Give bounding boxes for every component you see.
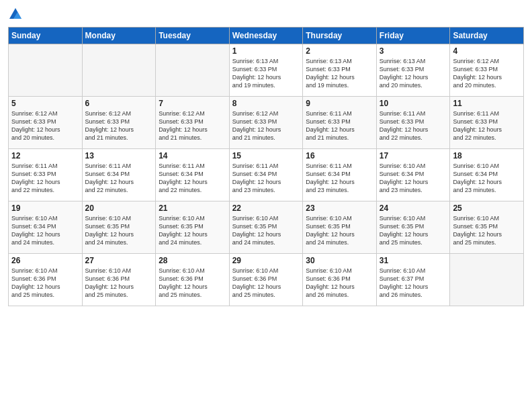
calendar-cell: 9Sunrise: 6:11 AM Sunset: 6:33 PM Daylig… [303,97,377,149]
calendar-cell: 25Sunrise: 6:10 AM Sunset: 6:35 PM Dayli… [450,201,524,254]
day-number: 15 [232,151,300,161]
day-number: 11 [453,99,521,108]
weekday-header: Tuesday [156,28,230,44]
day-number: 14 [159,151,226,161]
calendar-cell: 23Sunrise: 6:10 AM Sunset: 6:35 PM Dayli… [303,201,377,254]
calendar-cell: 24Sunrise: 6:10 AM Sunset: 6:35 PM Dayli… [376,201,450,254]
day-info: Sunrise: 6:10 AM Sunset: 6:36 PM Dayligh… [306,267,373,300]
day-info: Sunrise: 6:11 AM Sunset: 6:33 PM Dayligh… [380,109,447,142]
calendar-cell: 31Sunrise: 6:10 AM Sunset: 6:37 PM Dayli… [376,254,450,306]
weekday-header: Sunday [9,28,83,44]
calendar-cell: 18Sunrise: 6:10 AM Sunset: 6:34 PM Dayli… [450,149,524,201]
weekday-header: Monday [82,28,156,44]
calendar-cell: 27Sunrise: 6:10 AM Sunset: 6:36 PM Dayli… [82,254,156,306]
day-info: Sunrise: 6:10 AM Sunset: 6:34 PM Dayligh… [11,214,79,247]
weekday-header: Wednesday [229,28,303,44]
day-info: Sunrise: 6:10 AM Sunset: 6:36 PM Dayligh… [232,267,300,300]
day-info: Sunrise: 6:12 AM Sunset: 6:33 PM Dayligh… [85,109,153,142]
day-number: 18 [453,151,521,161]
calendar-week-row: 19Sunrise: 6:10 AM Sunset: 6:34 PM Dayli… [9,201,524,254]
day-number: 3 [380,46,447,56]
day-info: Sunrise: 6:11 AM Sunset: 6:34 PM Dayligh… [306,162,373,195]
calendar-cell: 16Sunrise: 6:11 AM Sunset: 6:34 PM Dayli… [303,149,377,201]
day-number: 13 [85,151,153,161]
day-info: Sunrise: 6:13 AM Sunset: 6:33 PM Dayligh… [232,57,300,90]
day-info: Sunrise: 6:10 AM Sunset: 6:34 PM Dayligh… [380,162,447,195]
page-header [8,7,524,21]
day-info: Sunrise: 6:10 AM Sunset: 6:35 PM Dayligh… [159,214,226,247]
day-number: 30 [306,256,373,265]
logo-icon [8,7,23,21]
calendar-cell: 28Sunrise: 6:10 AM Sunset: 6:36 PM Dayli… [156,254,230,306]
day-number: 24 [380,203,447,213]
day-info: Sunrise: 6:10 AM Sunset: 6:35 PM Dayligh… [306,214,373,247]
calendar-week-row: 1Sunrise: 6:13 AM Sunset: 6:33 PM Daylig… [9,44,524,97]
day-info: Sunrise: 6:10 AM Sunset: 6:37 PM Dayligh… [380,267,447,300]
day-number: 8 [232,99,300,108]
day-number: 10 [380,99,447,108]
calendar-cell [156,44,230,97]
day-number: 5 [11,99,79,108]
calendar-week-row: 12Sunrise: 6:11 AM Sunset: 6:33 PM Dayli… [9,149,524,201]
calendar-week-row: 5Sunrise: 6:12 AM Sunset: 6:33 PM Daylig… [9,97,524,149]
calendar-cell: 2Sunrise: 6:13 AM Sunset: 6:33 PM Daylig… [303,44,377,97]
day-number: 29 [232,256,300,265]
calendar-cell: 21Sunrise: 6:10 AM Sunset: 6:35 PM Dayli… [156,201,230,254]
day-info: Sunrise: 6:12 AM Sunset: 6:33 PM Dayligh… [11,109,79,142]
calendar-header-row: SundayMondayTuesdayWednesdayThursdayFrid… [9,28,524,44]
day-info: Sunrise: 6:10 AM Sunset: 6:35 PM Dayligh… [85,214,153,247]
day-number: 28 [159,256,226,265]
day-info: Sunrise: 6:10 AM Sunset: 6:35 PM Dayligh… [380,214,447,247]
day-number: 17 [380,151,447,161]
weekday-header: Saturday [450,28,524,44]
day-info: Sunrise: 6:13 AM Sunset: 6:33 PM Dayligh… [306,57,373,90]
calendar-cell: 14Sunrise: 6:11 AM Sunset: 6:34 PM Dayli… [156,149,230,201]
calendar-cell: 26Sunrise: 6:10 AM Sunset: 6:36 PM Dayli… [9,254,83,306]
calendar-cell: 12Sunrise: 6:11 AM Sunset: 6:33 PM Dayli… [9,149,83,201]
calendar-cell: 10Sunrise: 6:11 AM Sunset: 6:33 PM Dayli… [376,97,450,149]
day-info: Sunrise: 6:11 AM Sunset: 6:34 PM Dayligh… [159,162,226,195]
day-number: 19 [11,203,79,213]
day-info: Sunrise: 6:10 AM Sunset: 6:36 PM Dayligh… [85,267,153,300]
day-info: Sunrise: 6:10 AM Sunset: 6:35 PM Dayligh… [453,214,521,247]
day-number: 4 [453,46,521,56]
day-info: Sunrise: 6:11 AM Sunset: 6:33 PM Dayligh… [306,109,373,142]
day-info: Sunrise: 6:12 AM Sunset: 6:33 PM Dayligh… [232,109,300,142]
calendar-cell: 20Sunrise: 6:10 AM Sunset: 6:35 PM Dayli… [82,201,156,254]
day-number: 12 [11,151,79,161]
day-number: 25 [453,203,521,213]
calendar-cell: 30Sunrise: 6:10 AM Sunset: 6:36 PM Dayli… [303,254,377,306]
day-number: 6 [85,99,153,108]
calendar-cell: 15Sunrise: 6:11 AM Sunset: 6:34 PM Dayli… [229,149,303,201]
day-number: 31 [380,256,447,265]
calendar-cell: 6Sunrise: 6:12 AM Sunset: 6:33 PM Daylig… [82,97,156,149]
calendar-cell: 13Sunrise: 6:11 AM Sunset: 6:34 PM Dayli… [82,149,156,201]
day-info: Sunrise: 6:12 AM Sunset: 6:33 PM Dayligh… [159,109,226,142]
day-number: 21 [159,203,226,213]
day-info: Sunrise: 6:11 AM Sunset: 6:34 PM Dayligh… [232,162,300,195]
calendar-cell: 3Sunrise: 6:13 AM Sunset: 6:33 PM Daylig… [376,44,450,97]
calendar-cell: 22Sunrise: 6:10 AM Sunset: 6:35 PM Dayli… [229,201,303,254]
day-number: 27 [85,256,153,265]
calendar-cell: 4Sunrise: 6:12 AM Sunset: 6:33 PM Daylig… [450,44,524,97]
day-info: Sunrise: 6:11 AM Sunset: 6:33 PM Dayligh… [11,162,79,195]
day-number: 7 [159,99,226,108]
page-container: SundayMondayTuesdayWednesdayThursdayFrid… [0,0,532,411]
calendar-cell: 7Sunrise: 6:12 AM Sunset: 6:33 PM Daylig… [156,97,230,149]
weekday-header: Thursday [303,28,377,44]
calendar-cell: 17Sunrise: 6:10 AM Sunset: 6:34 PM Dayli… [376,149,450,201]
calendar-cell: 8Sunrise: 6:12 AM Sunset: 6:33 PM Daylig… [229,97,303,149]
weekday-header: Friday [376,28,450,44]
day-info: Sunrise: 6:13 AM Sunset: 6:33 PM Dayligh… [380,57,447,90]
calendar-table: SundayMondayTuesdayWednesdayThursdayFrid… [8,27,524,306]
day-info: Sunrise: 6:11 AM Sunset: 6:34 PM Dayligh… [85,162,153,195]
day-info: Sunrise: 6:11 AM Sunset: 6:33 PM Dayligh… [453,109,521,142]
day-info: Sunrise: 6:10 AM Sunset: 6:36 PM Dayligh… [159,267,226,300]
calendar-cell [9,44,83,97]
day-number: 20 [85,203,153,213]
day-number: 26 [11,256,79,265]
day-number: 23 [306,203,373,213]
day-info: Sunrise: 6:12 AM Sunset: 6:33 PM Dayligh… [453,57,521,90]
calendar-cell: 5Sunrise: 6:12 AM Sunset: 6:33 PM Daylig… [9,97,83,149]
day-number: 1 [232,46,300,56]
